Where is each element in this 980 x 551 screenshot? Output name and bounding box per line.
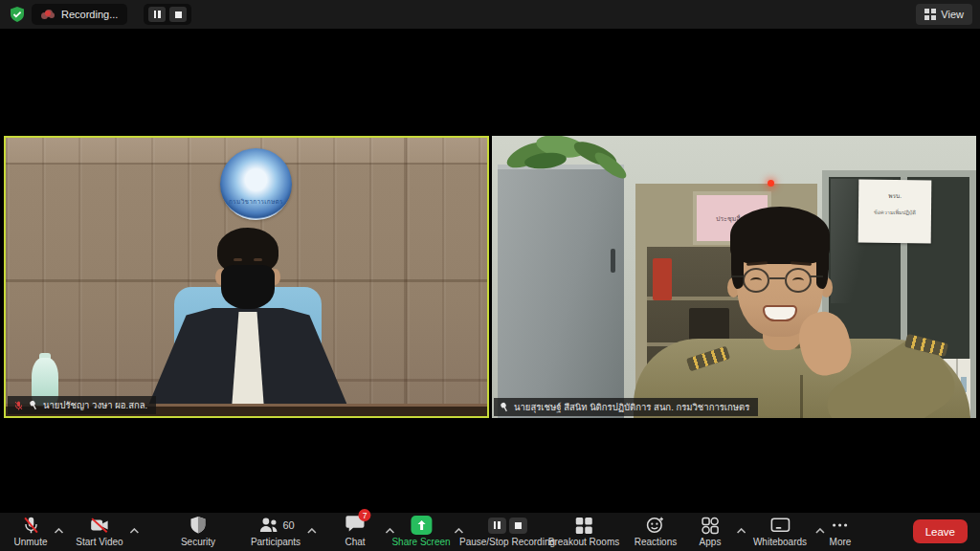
breakout-rooms-icon [574,517,592,535]
breakout-rooms-button[interactable]: Breakout Rooms [548,515,619,547]
apps-button[interactable]: Apps [700,515,722,547]
glasses-temple-left [731,276,744,277]
view-label: View [941,9,964,20]
video-stage: กรมวิชาการเกษตร [0,136,980,418]
video-tile-participant-1[interactable]: กรมวิชาการเกษตร [4,136,489,418]
start-video-button[interactable]: Start Video [76,515,122,547]
apps-icon [701,517,719,535]
glasses-temple-right [811,276,823,277]
participant1-name: นายปรัชญา วงษา ผอ.สกล. [43,398,147,412]
reactions-smiley-icon [646,516,665,535]
white-sign-line2: ข้อความเพิ่มปฏิบัติ [858,209,931,217]
pinned-icon [498,400,511,413]
more-dots-icon [831,516,850,535]
speaker1-eye-left [234,258,242,261]
pause-icon [154,11,161,18]
speaker2-smile [763,305,797,321]
stop-recording-button[interactable] [169,7,187,22]
wall-vertical-seam [404,138,407,416]
participant2-nametag: นายสุรเชษฐ์ สีสนิท นิติกรปฏิบัติการ สนก.… [494,398,758,416]
more-label: More [830,537,852,547]
share-screen-icon [411,516,432,535]
participant1-nametag: นายปรัชญา วงษา ผอ.สกล. [8,396,156,414]
security-shield-icon [189,516,207,535]
pause-stop-recording-label: Pause/Stop Recording [459,537,555,547]
white-sign-line1: พรบ. [858,191,931,202]
chat-unread-badge: 7 [359,509,371,521]
unmute-options-caret[interactable] [54,520,63,538]
security-label: Security [181,537,215,547]
pause-recording-icon [487,518,505,534]
unmute-button[interactable]: Unmute [13,515,47,547]
unmute-label: Unmute [13,537,47,547]
share-screen-label: Share Screen [391,537,450,547]
security-button[interactable]: Security [181,515,215,547]
department-seal-text: กรมวิชาการเกษตร [201,197,311,207]
breakout-rooms-label: Breakout Rooms [548,537,619,547]
pause-stop-recording-button[interactable]: Pause/Stop Recording [459,515,555,547]
uniform-placket [800,375,803,418]
participant2-name: นายสุรเชษฐ์ สีสนิท นิติกรปฏิบัติการ สนก.… [514,400,749,414]
red-binder [653,258,672,300]
participants-icon [256,516,279,535]
apps-label: Apps [700,537,722,547]
participants-count: 60 [282,519,294,531]
participants-button[interactable]: 60 Participants [251,515,301,547]
start-video-label: Start Video [76,537,122,547]
recording-indicator: Recording... [32,4,127,25]
meeting-toolbar: Unmute Start Video [0,513,980,551]
glasses-lens-left [743,268,769,293]
grid-view-icon [924,9,936,20]
pinned-icon [27,398,40,411]
more-button[interactable]: More [830,515,852,547]
whiteboards-button[interactable]: Whiteboards [753,515,807,547]
start-video-options-caret[interactable] [129,520,139,538]
recording-cloud-icon [41,10,55,19]
speaker1-eye-right [254,258,262,261]
share-screen-button[interactable]: Share Screen [391,515,450,547]
whiteboards-icon [769,517,790,535]
view-button[interactable]: View [916,4,972,25]
speaker2-sideburn-left [731,249,744,289]
microphone-muted-icon [21,516,40,535]
gray-cabinet-handle [611,249,615,273]
chat-label: Chat [345,537,365,547]
stop-recording-icon [508,518,526,534]
apps-options-caret[interactable] [737,520,746,538]
reactions-label: Reactions [635,537,677,547]
meeting-top-bar: Recording... View [0,0,980,29]
muted-mic-icon [13,400,24,411]
reactions-button[interactable]: Reactions [635,515,677,547]
glasses-bridge [769,277,785,279]
pause-recording-button[interactable] [148,7,166,22]
participants-options-caret[interactable] [307,520,317,538]
speaker1-face-mask [221,265,275,309]
glasses-lens-right [785,268,812,293]
whiteboards-options-caret[interactable] [815,520,825,538]
speaker2-sideburn-right [816,249,829,289]
speaker2-hair [730,207,830,264]
zoom-meeting-window: Recording... View [0,0,980,551]
department-seal [220,148,292,220]
gray-cabinet [498,165,624,418]
participants-label: Participants [251,537,301,547]
recording-label: Recording... [61,9,118,20]
whiteboards-label: Whiteboards [753,537,807,547]
chat-button[interactable]: 7 Chat [345,515,365,547]
recording-controls [144,4,191,25]
stop-icon [175,11,182,18]
camera-off-icon [89,516,110,535]
leave-button[interactable]: Leave [913,519,968,543]
white-door-sign: พรบ. ข้อความเพิ่มปฏิบัติ [858,180,932,244]
red-indicator-light [768,180,774,187]
video-tile-participant-2[interactable]: ประชุมอื่นๆ พรบ. ข้อความเพิ่มปฏิบัติ [492,136,976,418]
encryption-shield-icon[interactable] [9,6,26,23]
shelf-item [689,308,729,341]
